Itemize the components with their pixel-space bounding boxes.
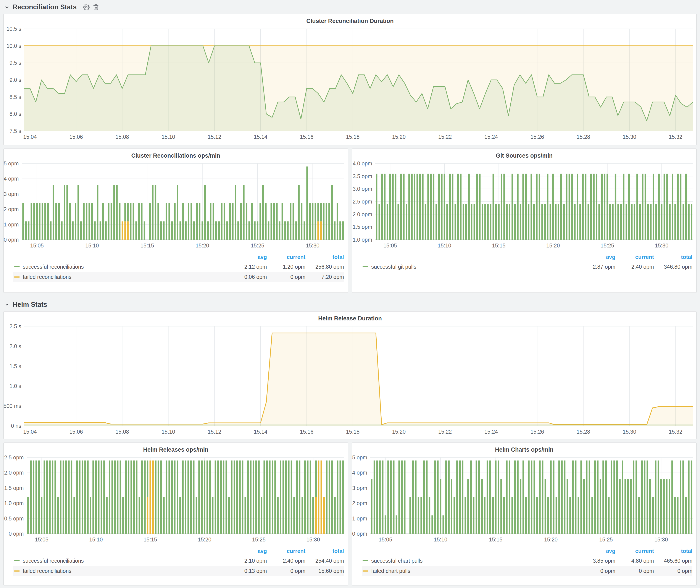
legend-sort-avg[interactable]: avg: [577, 548, 615, 554]
legend-series-row[interactable]: successful chart pulls3.85 opm4.80 opm46…: [362, 556, 692, 566]
svg-text:4.0 opm: 4.0 opm: [353, 160, 372, 166]
svg-text:15:14: 15:14: [254, 429, 268, 435]
chart-canvas-git-sources[interactable]: 1.0 opm1.5 opm2.0 opm2.5 opm3.0 opm3.5 o…: [352, 160, 696, 250]
legend-sort-current[interactable]: current: [267, 254, 305, 260]
series-label[interactable]: failed reconciliations: [23, 274, 71, 280]
panel-helm-release-duration: Helm Release Duration 0 ns500 ms1.0 s1.5…: [3, 311, 697, 439]
svg-text:15:22: 15:22: [438, 429, 452, 435]
svg-text:15:20: 15:20: [392, 429, 406, 435]
legend-helm-releases: avgcurrenttotalsuccessful reconciliation…: [4, 544, 348, 576]
legend-header-row: avgcurrenttotal: [362, 546, 692, 556]
series-color-dash-icon: [14, 276, 20, 278]
panel-title[interactable]: Cluster Reconciliations ops/min: [4, 149, 348, 160]
legend-sort-total[interactable]: total: [305, 254, 344, 260]
svg-text:15:15: 15:15: [492, 242, 506, 249]
legend-sort-total[interactable]: total: [305, 548, 344, 554]
svg-text:15:05: 15:05: [383, 242, 397, 249]
series-color-dash-icon: [363, 570, 368, 572]
chart-canvas-helm-releases[interactable]: 0 opm0.5 opm1.0 opm1.5 opm2.0 opm2.5 opm…: [4, 454, 348, 544]
series-label[interactable]: successful chart pulls: [371, 558, 423, 564]
svg-text:15:30: 15:30: [623, 134, 636, 140]
legend-sort-total[interactable]: total: [654, 254, 692, 260]
svg-text:15:22: 15:22: [438, 134, 452, 140]
svg-text:9.0 s: 9.0 s: [10, 77, 21, 83]
svg-text:15:28: 15:28: [577, 134, 590, 140]
series-stat-value: 7.20 opm: [305, 274, 344, 280]
series-stat-value: 254.40 opm: [305, 558, 344, 564]
panel-title[interactable]: Helm Charts ops/min: [352, 443, 696, 454]
legend-series-row[interactable]: failed chart pulls0 opm0 opm0 opm: [362, 566, 692, 576]
svg-text:1.0 opm: 1.0 opm: [353, 237, 372, 243]
svg-text:15:04: 15:04: [23, 134, 37, 140]
svg-text:3 opm: 3 opm: [352, 485, 367, 491]
chart-canvas-cluster-reconciliations[interactable]: 0 opm1 opm2 opm3 opm4 opm5 opm15:0515:10…: [4, 160, 348, 250]
section-title[interactable]: Reconciliation Stats: [13, 3, 77, 11]
svg-text:10.0 s: 10.0 s: [6, 43, 21, 49]
svg-text:15:28: 15:28: [577, 429, 590, 435]
series-stat-value: 0.06 opm: [228, 274, 267, 280]
svg-text:15:15: 15:15: [144, 536, 157, 543]
series-color-dash-icon: [363, 266, 368, 267]
legend-series-row[interactable]: failed reconciliations0.06 opm0 opm7.20 …: [13, 272, 344, 282]
chevron-down-icon[interactable]: [4, 5, 10, 10]
chart-canvas-helm-charts[interactable]: 0 opm1 opm2 opm3 opm4 opm5 opm15:0515:10…: [352, 454, 696, 544]
svg-text:5 opm: 5 opm: [4, 160, 19, 166]
panel-git-sources-opm: Git Sources ops/min 1.0 opm1.5 opm2.0 op…: [352, 149, 697, 293]
series-label[interactable]: failed chart pulls: [371, 568, 410, 574]
svg-text:2.0 s: 2.0 s: [10, 343, 21, 349]
svg-text:15:06: 15:06: [69, 134, 83, 140]
series-stat-value: 0 opm: [267, 568, 305, 574]
legend-sort-avg[interactable]: avg: [228, 548, 267, 554]
chart-canvas-helm-release-duration[interactable]: 0 ns500 ms1.0 s1.5 s2.0 s2.5 s15:0415:06…: [4, 323, 696, 436]
svg-text:15:20: 15:20: [198, 536, 211, 543]
series-stat-value: 0 opm: [654, 568, 692, 574]
series-color-dash-icon: [14, 570, 20, 572]
svg-text:15:20: 15:20: [392, 134, 406, 140]
legend-sort-current[interactable]: current: [615, 548, 654, 554]
svg-text:15:30: 15:30: [623, 429, 636, 435]
legend-series-row[interactable]: successful reconciliations2.10 opm2.40 o…: [13, 556, 344, 566]
series-label[interactable]: successful reconciliations: [23, 264, 84, 270]
svg-text:15:26: 15:26: [531, 134, 544, 140]
series-color-dash-icon: [14, 266, 20, 267]
legend-sort-avg[interactable]: avg: [577, 254, 615, 260]
panel-cluster-reconciliations-opm: Cluster Reconciliations ops/min 0 opm1 o…: [3, 149, 348, 293]
section-header-reconciliation-stats[interactable]: Reconciliation Stats: [3, 0, 697, 14]
legend-sort-current[interactable]: current: [615, 254, 654, 260]
svg-text:2 opm: 2 opm: [4, 206, 19, 212]
legend-sort-avg[interactable]: avg: [228, 254, 267, 260]
svg-text:15:18: 15:18: [346, 429, 360, 435]
legend-series-row[interactable]: successful reconciliations2.12 opm1.20 o…: [13, 262, 344, 272]
gear-icon[interactable]: [83, 4, 90, 10]
series-stat-value: 15.60 opm: [305, 568, 344, 574]
svg-text:15:05: 15:05: [30, 242, 44, 249]
svg-text:10.5 s: 10.5 s: [6, 26, 21, 32]
legend-sort-total[interactable]: total: [654, 548, 692, 554]
legend-series-row[interactable]: failed reconciliations0.13 opm0 opm15.60…: [13, 566, 344, 576]
chevron-down-icon[interactable]: [4, 302, 10, 307]
svg-text:0 ns: 0 ns: [11, 423, 21, 429]
legend-header-row: avgcurrenttotal: [13, 546, 344, 556]
svg-text:15:20: 15:20: [544, 536, 558, 543]
svg-text:15:05: 15:05: [379, 536, 392, 543]
legend-header-row: avgcurrenttotal: [362, 252, 692, 262]
chart-canvas-cluster-reconciliation-duration[interactable]: 7.5 s8.0 s8.5 s9.0 s9.5 s10.0 s10.5 s15:…: [4, 26, 696, 141]
series-label[interactable]: successful reconciliations: [23, 558, 84, 564]
legend-sort-current[interactable]: current: [267, 548, 305, 554]
legend-series-row[interactable]: successful git pulls2.87 opm2.40 opm346.…: [362, 262, 692, 272]
svg-text:2.5 s: 2.5 s: [10, 323, 21, 329]
section-header-helm-stats[interactable]: Helm Stats: [3, 297, 697, 311]
series-stat-value: 0 opm: [267, 274, 305, 280]
panel-title[interactable]: Cluster Reconciliation Duration: [4, 14, 696, 26]
svg-text:4 opm: 4 opm: [4, 176, 19, 182]
series-label[interactable]: successful git pulls: [371, 264, 416, 270]
series-label[interactable]: failed reconciliations: [23, 568, 71, 574]
svg-text:15:10: 15:10: [434, 536, 447, 543]
svg-text:15:32: 15:32: [669, 134, 682, 140]
section-title[interactable]: Helm Stats: [13, 301, 47, 309]
trash-icon[interactable]: [93, 4, 99, 10]
panel-title[interactable]: Helm Release Duration: [4, 312, 696, 323]
svg-text:15:12: 15:12: [208, 134, 221, 140]
panel-title[interactable]: Helm Releases ops/min: [4, 443, 348, 454]
panel-title[interactable]: Git Sources ops/min: [352, 149, 696, 160]
